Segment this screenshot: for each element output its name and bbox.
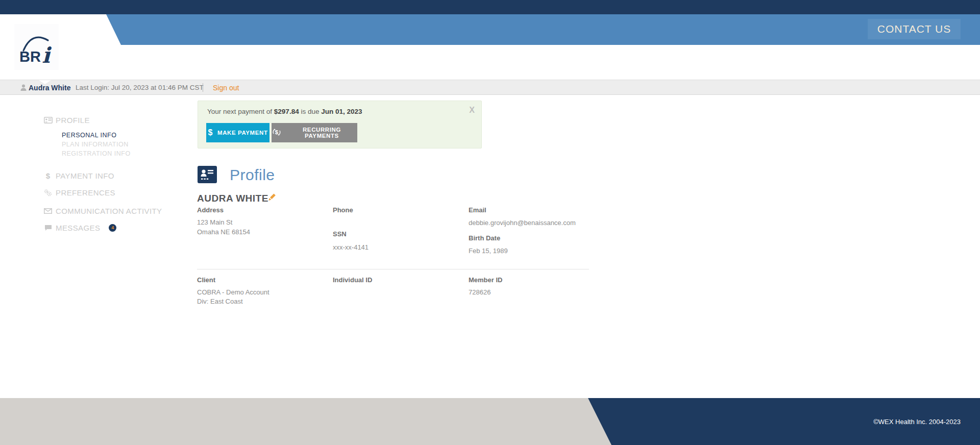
address-label: Address (197, 206, 224, 214)
person-icon (20, 84, 27, 93)
last-login-text: Last Login: Jul 20, 2023 at 01:46 PM CST (76, 84, 204, 91)
close-icon[interactable]: X (469, 106, 475, 115)
phone-label: Phone (333, 206, 353, 214)
top-navy-bar (0, 0, 980, 14)
sidebar-item-label: PROFILE (56, 116, 90, 125)
make-payment-label: MAKE PAYMENT (217, 130, 268, 136)
sidebar-subitem-plan-information[interactable]: PLAN INFORMATION (62, 141, 129, 148)
notice-text: Your next payment of (207, 108, 274, 115)
user-name: Audra White (29, 84, 70, 92)
svg-text:i: i (42, 43, 52, 67)
sidebar-subitem-registration-info[interactable]: REGISTRATION INFO (62, 150, 131, 157)
recurring-payments-button[interactable]: $ RECURRING PAYMENTS (272, 123, 357, 142)
footer-gray-shape (0, 398, 980, 445)
dollar-icon: $ (43, 171, 53, 180)
address-line1: 123 Main St (197, 218, 232, 226)
email-value: debbie.grovijohn@benaissance.com (469, 219, 576, 227)
client-line2: Div: East Coast (197, 298, 243, 305)
page: CONTACT US BR i Audra White Last Login: … (0, 0, 980, 445)
header-blue-band (0, 14, 980, 45)
payment-notice-buttons: $ MAKE PAYMENT $ RECURRING PAYMENTS (206, 123, 357, 142)
sidebar-item-profile[interactable]: PROFILE (43, 116, 90, 125)
svg-text:BR: BR (19, 48, 41, 65)
member-name: AUDRA WHITE (197, 193, 268, 204)
payment-notice-message: Your next payment of $297.84 is due Jun … (207, 108, 362, 115)
make-payment-button[interactable]: $ MAKE PAYMENT (206, 123, 270, 142)
individual-id-label: Individual ID (333, 276, 372, 284)
section-divider (197, 269, 589, 269)
sidebar-subitem-personal-info[interactable]: PERSONAL INFO (62, 132, 116, 139)
gears-icon (43, 189, 53, 196)
client-line1: COBRA - Demo Account (197, 288, 270, 296)
envelope-icon (43, 208, 53, 214)
notice-text: is due (299, 108, 322, 115)
birth-date-label: Birth Date (469, 234, 500, 242)
id-card-icon (43, 117, 53, 123)
notice-amount: $297.84 (274, 108, 299, 115)
page-title: Profile (230, 166, 275, 184)
address-line2: Omaha NE 68154 (197, 228, 250, 236)
ssn-value: xxx-xx-4141 (333, 243, 369, 251)
dollar-icon: $ (208, 128, 213, 137)
sidebar-item-payment-info[interactable]: $ PAYMENT INFO (43, 171, 114, 180)
recurring-payments-label: RECURRING PAYMENTS (286, 127, 357, 139)
sidebar-item-label: PREFERENCES (56, 188, 115, 197)
svg-text:$: $ (275, 129, 279, 135)
sidebar-item-communication-activity[interactable]: COMMUNICATION ACTIVITY (43, 207, 162, 215)
sign-out-link[interactable]: Sign out (213, 84, 239, 92)
messages-count-badge: 4 (109, 224, 116, 232)
user-bar: Audra White Last Login: Jul 20, 2023 at … (0, 80, 980, 95)
birth-date-value: Feb 15, 1989 (469, 247, 508, 255)
edit-pencil-icon[interactable] (266, 192, 277, 205)
chat-bubble-icon (43, 225, 53, 231)
ssn-label: SSN (333, 230, 347, 238)
copyright-text: ©WEX Health Inc. 2004-2023 (873, 418, 961, 426)
logo-pointer-notch (39, 80, 51, 84)
user-bar-divider (203, 83, 203, 92)
member-id-label: Member ID (469, 276, 502, 284)
sidebar-item-messages[interactable]: MESSAGES 4 (43, 224, 116, 232)
payment-notice: Your next payment of $297.84 is due Jun … (198, 101, 482, 149)
client-label: Client (197, 276, 215, 284)
recurring-dollar-icon: $ (272, 127, 282, 138)
profile-card-icon (198, 166, 217, 183)
sidebar-item-label: COMMUNICATION ACTIVITY (56, 207, 162, 215)
bri-logo[interactable]: BR i (14, 24, 59, 70)
footer: ©WEX Health Inc. 2004-2023 (0, 398, 980, 445)
sidebar-item-label: MESSAGES (56, 224, 100, 232)
sidebar-item-label: PAYMENT INFO (56, 171, 114, 180)
email-label: Email (469, 206, 486, 214)
notice-due-date: Jun 01, 2023 (321, 108, 362, 115)
sidebar-item-preferences[interactable]: PREFERENCES (43, 188, 115, 197)
bri-logo-icon: BR i (16, 27, 57, 67)
member-id-value: 728626 (469, 288, 491, 296)
contact-us-button[interactable]: CONTACT US (868, 19, 961, 39)
